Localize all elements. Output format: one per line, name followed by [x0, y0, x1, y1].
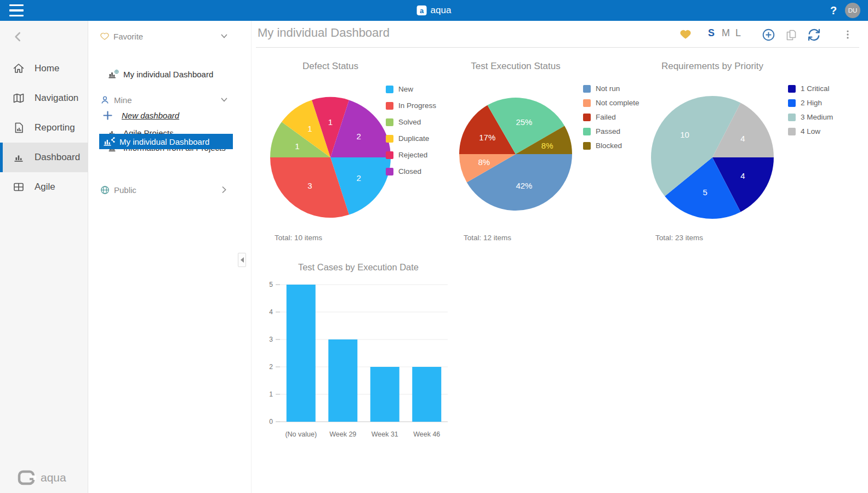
- legend-swatch: [386, 151, 393, 159]
- chevron-down-icon[interactable]: [219, 31, 230, 44]
- globe-icon: [100, 185, 110, 195]
- test-cases-bar-chart[interactable]: 012345(No value)Week 29Week 31Week 46: [255, 255, 463, 444]
- user-avatar[interactable]: DU: [845, 3, 860, 18]
- legend-item[interactable]: Failed: [583, 113, 616, 121]
- heart-outline-icon: [100, 31, 110, 41]
- bar-week-31[interactable]: [370, 367, 399, 422]
- favorite-heart-button[interactable]: [679, 28, 692, 43]
- pie-slice-label: 1: [307, 124, 312, 133]
- x-axis-category-label: Week 31: [372, 430, 398, 438]
- legend-item[interactable]: Blocked: [583, 141, 622, 150]
- bar-week-29[interactable]: [328, 339, 357, 422]
- refresh-button[interactable]: [807, 27, 821, 44]
- widget-test-execution-status: Test Execution Status 42%8%17%25%8% Not …: [444, 55, 649, 252]
- collapse-sidebar-chevron-icon[interactable]: [11, 30, 25, 44]
- legend-item[interactable]: 3 Medium: [788, 113, 833, 121]
- legend-item[interactable]: Not run: [583, 84, 620, 93]
- legend-item[interactable]: 2 High: [788, 99, 822, 107]
- new-dashboard-item[interactable]: New dashboard: [88, 108, 252, 122]
- y-axis-tick-label: 0: [269, 418, 273, 426]
- legend-item[interactable]: 1 Critical: [788, 84, 830, 93]
- add-widget-button[interactable]: [762, 28, 775, 44]
- panel-collapse-handle[interactable]: [238, 253, 246, 267]
- size-small-button[interactable]: S: [708, 27, 715, 39]
- pie-slice-label: 2: [356, 132, 361, 141]
- board-grid-icon: [12, 180, 25, 194]
- footer-brand-name: aqua: [41, 471, 66, 484]
- legend-label: Solved: [398, 118, 421, 126]
- new-dashboard-label: New dashboard: [122, 111, 179, 120]
- legend-swatch: [386, 86, 393, 93]
- dashboard-item-label: My individual Dashboard: [119, 137, 209, 146]
- public-section-header[interactable]: Public: [88, 183, 252, 197]
- sidebar-item-label: Reporting: [35, 122, 75, 133]
- pie-slice-label: 8%: [478, 157, 490, 167]
- legend-label: New: [398, 85, 413, 93]
- legend-label: Rejected: [398, 151, 427, 159]
- legend-item[interactable]: Passed: [583, 127, 620, 135]
- favorite-dashboard-item[interactable]: My individual Dashboard: [88, 67, 252, 81]
- public-section-label: Public: [114, 185, 136, 195]
- copy-icon: [785, 29, 798, 42]
- dashboard-chart-icon: [107, 69, 119, 80]
- home-icon: [12, 62, 25, 75]
- sidebar-item-reporting[interactable]: Reporting: [0, 113, 88, 143]
- pie-slice-label: 3: [307, 181, 312, 190]
- pie-slice-label: 4: [740, 134, 745, 143]
- more-options-button[interactable]: [842, 29, 854, 43]
- legend-swatch: [583, 99, 591, 107]
- legend-label: 3 Medium: [801, 113, 833, 121]
- size-medium-button[interactable]: M: [722, 27, 730, 39]
- widget-total: Total: 23 items: [655, 234, 703, 242]
- pie-slice-label: 5: [703, 188, 707, 197]
- legend-label: In Progress: [398, 101, 436, 110]
- legend-swatch: [386, 168, 393, 175]
- legend-swatch: [386, 118, 393, 126]
- sidebar-item-home[interactable]: Home: [0, 54, 88, 83]
- legend-label: Blocked: [596, 141, 622, 150]
- legend-label: Duplicate: [398, 134, 429, 143]
- y-axis-tick-label: 2: [269, 363, 273, 371]
- sidebar-item-navigation[interactable]: Navigation: [0, 83, 88, 113]
- pie-slice-label: 4: [740, 171, 745, 180]
- mine-section-header[interactable]: Mine: [88, 93, 252, 107]
- widget-total: Total: 10 items: [275, 234, 322, 242]
- x-axis-category-label: (No value): [285, 430, 317, 438]
- help-button[interactable]: ?: [826, 3, 841, 18]
- sidebar-item-agile[interactable]: Agile: [0, 172, 88, 202]
- dashboard-chart-icon: [102, 136, 116, 147]
- legend-item[interactable]: 4 Low: [788, 127, 820, 135]
- sidebar-item-dashboard[interactable]: Dashboard: [0, 143, 88, 172]
- sidebar-item-label: Dashboard: [35, 152, 80, 163]
- top-bar: a aqua ? DU: [0, 0, 868, 21]
- bar--no-value-[interactable]: [287, 285, 316, 422]
- legend-item[interactable]: Closed: [386, 167, 421, 175]
- favorite-section-header[interactable]: Favorite: [88, 29, 252, 43]
- size-large-button[interactable]: L: [735, 27, 741, 39]
- aqua-logo-icon: a: [417, 5, 427, 15]
- legend-item[interactable]: Rejected: [386, 151, 427, 159]
- legend-item[interactable]: In Progress: [386, 101, 436, 110]
- legend-swatch: [788, 128, 796, 135]
- widget-total: Total: 12 items: [464, 234, 511, 242]
- x-axis-category-label: Week 46: [413, 430, 440, 438]
- pie-slice-label: 17%: [479, 133, 495, 142]
- legend-item[interactable]: Duplicate: [386, 134, 429, 143]
- legend-item[interactable]: Solved: [386, 118, 421, 126]
- legend-label: 4 Low: [801, 127, 820, 135]
- sidebar-item-label: Navigation: [35, 93, 78, 104]
- requirements-by-priority-pie-chart[interactable]: 45104: [636, 55, 868, 252]
- bar-week-46[interactable]: [412, 367, 441, 422]
- legend-item[interactable]: Not complete: [583, 99, 639, 107]
- widget-requirements-by-priority: Requirements by Priority 45104 1 Critica…: [636, 55, 868, 252]
- favorite-section-label: Favorite: [113, 32, 143, 41]
- hamburger-menu-icon[interactable]: [9, 4, 24, 16]
- legend-item[interactable]: New: [386, 85, 413, 93]
- map-icon: [12, 92, 25, 105]
- copy-dashboard-button[interactable]: [785, 29, 798, 44]
- chevron-down-icon[interactable]: [219, 94, 230, 107]
- chevron-right-icon[interactable]: [219, 184, 230, 197]
- main-sidebar: Home Navigation Reporting Dashboard: [0, 21, 88, 493]
- widget-test-cases-by-execution-date: Test Cases by Execution Date 012345(No v…: [255, 255, 463, 444]
- dashboard-item-my-individual-dashboard-selected[interactable]: My individual Dashboard: [99, 134, 233, 149]
